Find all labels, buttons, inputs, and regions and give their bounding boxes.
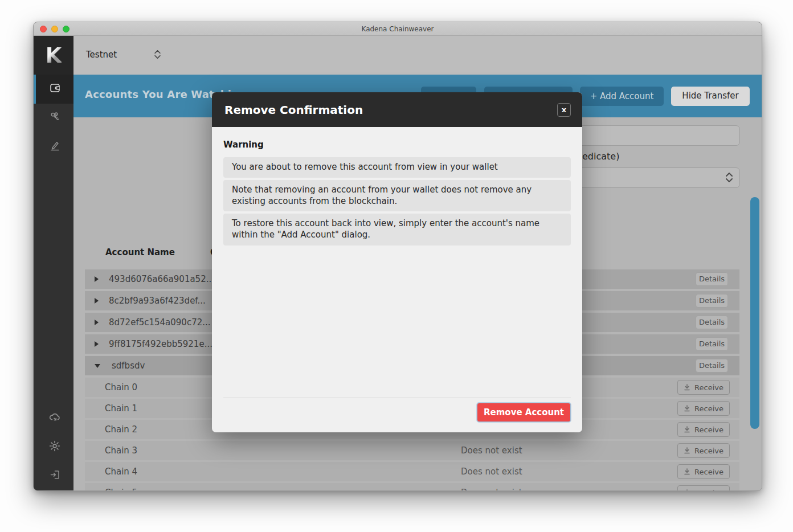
account-name: 9ff8175f492ebb5921e... <box>109 339 212 349</box>
expand-arrow-icon[interactable] <box>95 341 99 347</box>
titlebar: Kadena Chainweaver <box>34 22 762 36</box>
network-selector-chevrons-icon[interactable] <box>154 50 161 59</box>
sidebar-item-logout[interactable] <box>34 461 73 490</box>
warning-message: To restore this account back into view, … <box>223 214 571 245</box>
chain-status: Does not exist <box>461 445 522 456</box>
download-icon <box>684 426 690 433</box>
receive-label: Receive <box>694 404 723 413</box>
window-title: Kadena Chainweaver <box>34 25 762 33</box>
column-header-account-name: Account Name <box>105 247 175 257</box>
chain-row: Chain 4 Does not exist Receive <box>85 462 739 481</box>
receive-button[interactable]: Receive <box>677 422 730 437</box>
details-button[interactable]: Details <box>696 337 728 351</box>
remove-account-button[interactable]: Remove Account <box>477 403 571 422</box>
chain-label: Chain 2 <box>105 424 137 435</box>
receive-label: Receive <box>694 489 723 491</box>
receive-button[interactable]: Receive <box>677 464 730 479</box>
details-button[interactable]: Details <box>696 272 728 286</box>
details-button[interactable]: Details <box>696 294 728 308</box>
details-button[interactable]: Details <box>696 359 728 373</box>
receive-label: Receive <box>694 383 723 392</box>
receive-label: Receive <box>694 468 723 476</box>
chain-label: Chain 3 <box>105 445 137 456</box>
account-name: 493d6076a66a901a52... <box>109 274 214 284</box>
network-selector[interactable]: Testnet <box>86 50 117 60</box>
expand-arrow-icon[interactable] <box>95 276 99 282</box>
hide-transfer-button[interactable]: Hide Transfer <box>671 87 750 106</box>
predicate-select[interactable] <box>575 167 740 188</box>
logout-icon <box>49 469 61 483</box>
modal-title: Remove Confirmation <box>224 103 363 117</box>
chain-status: Does not exist <box>461 466 522 477</box>
download-icon <box>684 447 690 454</box>
cloud-upload-icon <box>48 411 61 425</box>
account-name: 8d72ef5c154a090c72... <box>109 317 211 328</box>
chain-row: Chain 5 Does not exist Receive <box>85 483 739 490</box>
download-icon <box>684 489 690 490</box>
chain-label: Chain 0 <box>105 382 137 392</box>
details-button[interactable]: Details <box>696 316 728 329</box>
sidebar-item-keys[interactable] <box>34 104 73 133</box>
sidebar: K <box>34 36 73 490</box>
wallet-icon <box>49 82 61 96</box>
sidebar-item-accounts[interactable] <box>34 75 73 104</box>
receive-button[interactable]: Receive <box>677 380 730 395</box>
pencil-icon <box>49 140 61 154</box>
expand-arrow-icon[interactable] <box>95 298 99 304</box>
chain-status: Does not exist <box>461 488 522 490</box>
download-icon <box>684 384 690 391</box>
kadena-logo: K <box>34 36 73 75</box>
expand-arrow-icon[interactable] <box>95 320 99 325</box>
add-account-button[interactable]: + Add Account <box>580 87 664 106</box>
modal-footer: Remove Account <box>223 398 571 432</box>
modal-body: Warning You are about to remove this acc… <box>212 127 582 398</box>
receive-button[interactable]: Receive <box>677 401 730 416</box>
chain-label: Chain 4 <box>105 466 137 477</box>
select-chevrons-icon <box>726 173 733 182</box>
receive-label: Receive <box>694 425 723 434</box>
receive-button[interactable]: Receive <box>677 443 730 458</box>
warning-message: Note that removing an account from your … <box>223 180 571 212</box>
warning-message: You are about to remove this account fro… <box>223 157 571 178</box>
chain-label: Chain 5 <box>105 488 137 490</box>
collapse-arrow-icon[interactable] <box>95 364 100 368</box>
warning-heading: Warning <box>223 140 571 150</box>
download-icon <box>684 468 690 475</box>
remove-confirmation-modal: Remove Confirmation x Warning You are ab… <box>212 92 582 432</box>
transfer-input[interactable] <box>575 125 740 146</box>
receive-button[interactable]: Receive <box>677 485 730 490</box>
network-topbar: Testnet <box>73 36 762 75</box>
account-name: sdfbsdv <box>112 361 145 371</box>
close-icon[interactable]: x <box>557 103 571 117</box>
chain-row: Chain 3 Does not exist Receive <box>85 441 739 460</box>
sidebar-item-settings[interactable] <box>34 432 73 461</box>
receive-label: Receive <box>694 447 723 455</box>
sidebar-item-contracts[interactable] <box>34 133 73 162</box>
chain-label: Chain 1 <box>105 403 137 414</box>
account-name: 8c2bf9a93a6f423def... <box>109 296 206 306</box>
gear-icon <box>48 440 61 455</box>
sidebar-item-network[interactable] <box>34 403 73 432</box>
predicate-label: edicate) <box>582 151 619 162</box>
modal-header: Remove Confirmation x <box>212 92 582 127</box>
download-icon <box>684 405 690 412</box>
app-window: Kadena Chainweaver K <box>33 22 762 491</box>
vertical-scrollbar[interactable] <box>750 197 759 429</box>
keys-icon <box>49 111 61 125</box>
